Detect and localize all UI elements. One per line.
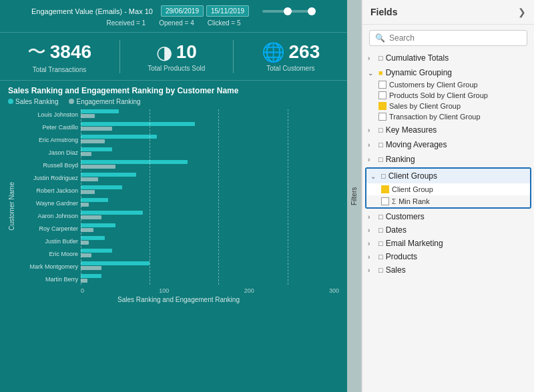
field-label-sales-by-client: Sales by Client Group (389, 102, 461, 110)
bar-label: Peter Castillo (18, 124, 78, 131)
engagement-section: Engagement Value (Emails) - Max 10 29/06… (0, 0, 347, 33)
bar-label: Jason Diaz (18, 149, 78, 156)
fields-title: Fields (370, 7, 397, 17)
engagement-bar (81, 215, 101, 219)
moving-averages-header[interactable]: › □ Moving Averages (362, 138, 534, 151)
fields-panel: Fields ❯ 🔍 › □ Cumulative Totals ⌄ ■ Dyn… (362, 0, 534, 392)
stat-divider-1 (119, 40, 120, 73)
engagement-bar (81, 228, 93, 232)
field-group-cumulative: › □ Cumulative Totals (362, 51, 534, 65)
bar-label: Russell Boyd (18, 162, 78, 169)
sales-bar (81, 198, 108, 202)
bar-pair (81, 211, 143, 219)
field-client-group[interactable]: Client Group (366, 183, 530, 195)
field-sales-by-client[interactable]: Sales by Client Group (362, 101, 534, 111)
transactions-icon: 〜 (27, 39, 46, 65)
received-label: Received = 1 (107, 19, 146, 27)
checkbox-sales-by-client[interactable] (378, 102, 386, 110)
expand-icon-customers: › (368, 213, 376, 221)
x-tick-3: 300 (329, 287, 339, 294)
field-label-transaction-by-client: Transaction by Client Group (389, 113, 481, 121)
sales-bar (81, 211, 143, 215)
slider-track[interactable] (262, 10, 316, 13)
expand-icon-ranking: › (368, 156, 376, 163)
bar-row: Martin Berry (18, 274, 339, 285)
bar-label: Justin Rodriguez (18, 175, 78, 181)
customers-label: Customers (386, 212, 425, 221)
slider-area[interactable] (262, 10, 316, 13)
bar-row: Peter Castillo (18, 122, 339, 133)
field-label-min-rank: Min Rank (398, 197, 429, 205)
dates-header[interactable]: › □ Dates (362, 223, 534, 237)
dashed-line-2 (218, 109, 219, 285)
engagement-bar (81, 253, 91, 257)
sales-label: Sales (386, 265, 406, 275)
dates-label: Dates (386, 225, 407, 235)
cumulative-totals-label: Cumulative Totals (386, 53, 449, 63)
clicked-label: Clicked = 5 (208, 19, 241, 27)
field-min-rank[interactable]: Σ Min Rank (366, 195, 530, 207)
legend-dot-engagement (69, 99, 74, 104)
products-header[interactable]: › □ Products (362, 250, 534, 263)
key-measures-label: Key Measures (386, 125, 437, 135)
engagement-bar (81, 241, 89, 245)
fields-header: Fields ❯ (362, 0, 534, 25)
checkbox-transaction-by-client[interactable] (378, 113, 386, 121)
field-transaction-by-client[interactable]: Transaction by Client Group (362, 111, 534, 122)
search-input[interactable] (389, 33, 521, 43)
sales-bar (81, 122, 195, 126)
field-group-key-measures: › □ Key Measures (362, 123, 534, 137)
field-products-sold[interactable]: Products Sold by Client Group (362, 90, 534, 101)
bar-pair (81, 236, 105, 245)
checkbox-products-sold[interactable] (378, 91, 386, 99)
x-tick-2: 200 (244, 287, 254, 294)
checkbox-min-rank[interactable] (381, 197, 389, 205)
stat-products: ◑ 10 Total Products Sold (148, 41, 205, 72)
chart-section: Sales Ranking and Engagement Ranking by … (0, 81, 347, 303)
table-icon-sales: □ (378, 266, 383, 274)
customers-header[interactable]: › □ Customers (362, 210, 534, 223)
engagement-bar (81, 190, 95, 194)
legend-engagement: Engagement Ranking (69, 98, 140, 105)
field-group-moving-avg: › □ Moving Averages (362, 138, 534, 151)
bar-row: Russell Boyd (18, 160, 339, 171)
bar-row: Eric Armstrong (18, 135, 339, 145)
date1-button[interactable]: 29/06/2019 (161, 5, 204, 17)
bar-label: Justin Butler (18, 238, 78, 245)
email-marketing-header[interactable]: › □ Email Marketing (362, 237, 534, 250)
ranking-header[interactable]: › □ Ranking (362, 153, 534, 166)
bar-pair (81, 147, 112, 156)
filters-strip[interactable]: Filters (347, 0, 362, 392)
bar-pair (81, 223, 115, 232)
slider-thumb-right[interactable] (308, 7, 316, 15)
table-icon-customers: □ (378, 213, 383, 221)
cumulative-totals-header[interactable]: › □ Cumulative Totals (362, 51, 534, 65)
bar-row: Aaron Johnson (18, 211, 339, 221)
engagement-bar (81, 114, 95, 118)
engagement-bar (81, 279, 87, 283)
slider-thumb-left[interactable] (284, 7, 292, 15)
date2-button[interactable]: 15/11/2019 (206, 5, 249, 17)
expand-icon-client-groups: ⌄ (370, 173, 378, 180)
sales-header[interactable]: › □ Sales (362, 263, 534, 277)
chevron-right-icon[interactable]: ❯ (518, 7, 526, 17)
bar-pair (81, 109, 119, 118)
x-tick-1: 100 (159, 287, 169, 294)
bar-label: Eric Armstrong (18, 137, 78, 143)
search-box[interactable]: 🔍 (369, 30, 527, 46)
key-measures-header[interactable]: › □ Key Measures (362, 123, 534, 137)
stat-divider-2 (233, 40, 234, 73)
field-customers-by-client[interactable]: Customers by Client Group (362, 79, 534, 90)
yellow-checkbox-client-group[interactable] (381, 185, 389, 193)
engagement-bar (81, 152, 91, 156)
products-icon: ◑ (156, 41, 172, 63)
table-icon-email: □ (378, 239, 383, 247)
sales-bar (81, 135, 157, 139)
bar-label: Aaron Johnson (18, 213, 78, 219)
filters-label: Filters (350, 187, 358, 205)
checkbox-customers-by-client[interactable] (378, 81, 386, 89)
sales-bar (81, 147, 112, 151)
client-groups-header[interactable]: ⌄ □ Client Groups (366, 169, 530, 183)
bottom-groups: › □ Customers › □ Dates › □ Email Market… (362, 210, 534, 277)
dynamic-grouping-header[interactable]: ⌄ ■ Dynamic Grouping (362, 66, 534, 79)
